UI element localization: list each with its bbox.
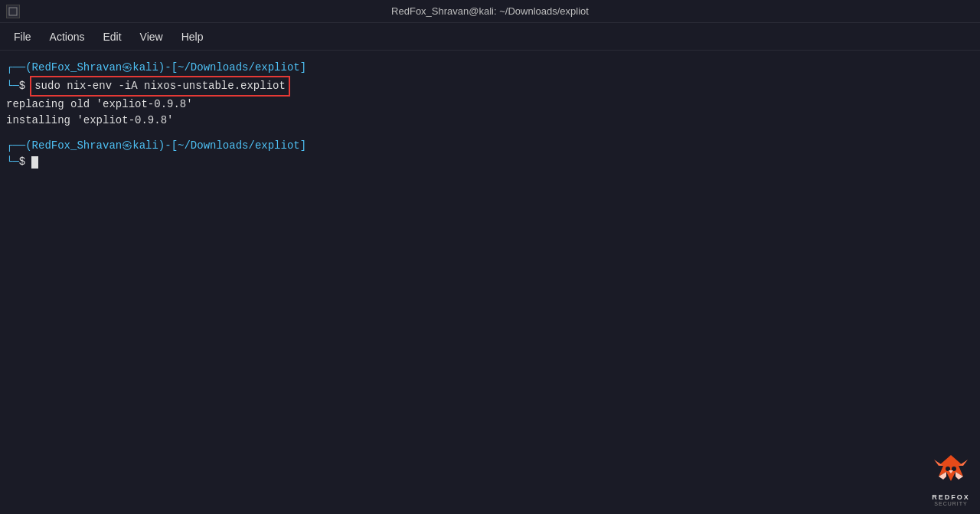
prompt-dollar-2: $ xyxy=(19,154,25,170)
prompt-path-1: ~/Downloads/expliot xyxy=(178,60,300,76)
menu-bar: File Actions Edit View Help xyxy=(0,23,980,51)
svg-marker-3 xyxy=(959,460,968,466)
prompt-host-2: kali xyxy=(132,138,158,154)
menu-file[interactable]: File xyxy=(6,28,39,46)
prompt-user-2: RedFox_Shravan xyxy=(32,138,122,154)
prompt-bracket-end-1: ] xyxy=(300,60,306,76)
cursor-line: └─$ xyxy=(6,154,974,170)
output-line-1: replacing old 'expliot-0.9.8' xyxy=(6,97,974,113)
prompt-bracket-end-2: ] xyxy=(300,138,306,154)
prompt-circle-1: ㉿ xyxy=(122,60,132,76)
title-bar-controls xyxy=(6,5,20,18)
prompt-bracket-close-2: )-[ xyxy=(158,138,178,154)
redfox-brand-label: REDFOX xyxy=(932,493,970,501)
prompt-line-2: ┌──(RedFox_Shravan㉿kali)-[~/Downloads/ex… xyxy=(6,138,974,154)
terminal-area: ┌──(RedFox_Shravan㉿kali)-[~/Downloads/ex… xyxy=(0,51,980,179)
prompt-connector-1: ┌──( xyxy=(6,60,32,76)
fox-icon-svg xyxy=(931,452,971,492)
menu-view[interactable]: View xyxy=(132,28,171,46)
prompt-path-2: ~/Downloads/expliot xyxy=(178,138,300,154)
terminal-cursor xyxy=(31,156,38,169)
prompt-elbow-1: └─ xyxy=(6,78,19,94)
svg-marker-2 xyxy=(934,460,943,466)
prompt-host-1: kali xyxy=(132,60,158,76)
prompt-user-1: RedFox_Shravan xyxy=(32,60,122,76)
title-bar: RedFox_Shravan@kali: ~/Downloads/expliot xyxy=(0,0,980,23)
redfox-sub-label: SECURITY xyxy=(934,501,967,506)
prompt-connector-2: ┌──( xyxy=(6,138,32,154)
spacer xyxy=(6,129,974,138)
prompt-elbow-2: └─ xyxy=(6,154,19,170)
menu-help[interactable]: Help xyxy=(174,28,211,46)
output-text-2: installing 'expliot-0.9.8' xyxy=(6,114,173,126)
window-title: RedFox_Shravan@kali: ~/Downloads/expliot xyxy=(391,5,589,17)
window-icon xyxy=(6,5,20,18)
prompt-dollar-1: $ xyxy=(19,78,25,94)
prompt-circle-2: ㉿ xyxy=(122,138,132,154)
svg-rect-0 xyxy=(9,8,17,15)
output-text-1: replacing old 'expliot-0.9.8' xyxy=(6,98,193,110)
redfox-logo: REDFOX SECURITY xyxy=(931,452,971,506)
output-line-2: installing 'expliot-0.9.8' xyxy=(6,113,974,129)
menu-edit[interactable]: Edit xyxy=(95,28,129,46)
prompt-bracket-close-1: )-[ xyxy=(158,60,178,76)
prompt-line-1: ┌──(RedFox_Shravan㉿kali)-[~/Downloads/ex… xyxy=(6,60,974,76)
command-line-1: └─$ sudo nix-env -iA nixos-unstable.expl… xyxy=(6,76,974,97)
command-highlighted: sudo nix-env -iA nixos-unstable.expliot xyxy=(30,76,290,97)
menu-actions[interactable]: Actions xyxy=(42,28,93,46)
